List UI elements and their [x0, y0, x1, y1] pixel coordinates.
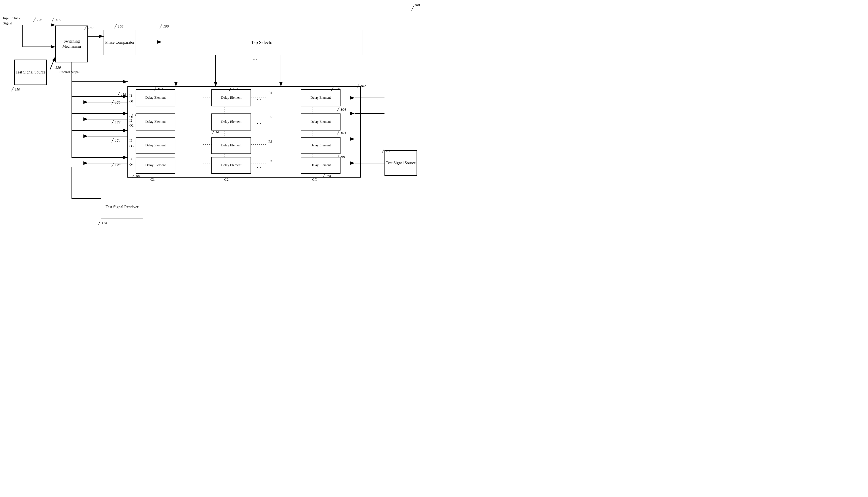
ref-120-tick: ╱ — [112, 100, 114, 105]
ref-128-tick: ╱ — [33, 18, 36, 22]
ref-104-r1c2: 104 — [233, 86, 238, 91]
test-signal-source-left-box: Test Signal Source — [14, 60, 47, 85]
port-I4: I4 — [129, 157, 132, 161]
ref-114: 114 — [102, 221, 107, 225]
port-O3: O3 — [129, 144, 134, 148]
ref-108-tick: ╱ — [114, 24, 117, 29]
ref-102-tick: ╱ — [357, 84, 359, 88]
ref-112: 112 — [385, 149, 391, 154]
port-O2: O2 — [129, 124, 134, 128]
phase-comparator-box: Phase Comparator — [103, 30, 136, 55]
ref-132-tick: ╱ — [85, 26, 87, 30]
dots-r2: … — [257, 120, 261, 125]
ref-124-tick: ╱ — [112, 138, 114, 143]
port-R2: R2 — [268, 115, 272, 119]
ref-104-r2c1-top-tick: ╱ — [131, 113, 133, 117]
port-O4: O4 — [129, 162, 134, 167]
col-CN: CN — [312, 177, 317, 182]
ref-104-r1cn: 104 — [335, 86, 341, 91]
delay-elem-r3cn: Delay Element — [301, 137, 341, 154]
ref-104-r2c2-bot-tick: ╱ — [212, 130, 214, 134]
ref-104-r4cn-bot: 104 — [326, 174, 331, 178]
delay-elem-r1cn: Delay Element — [301, 89, 341, 106]
ref-110: 110 — [15, 87, 20, 91]
port-I3: I3 — [129, 139, 132, 143]
ref-110-tick: ╱ — [11, 87, 14, 91]
ref-116-tick: ╱ — [52, 18, 54, 22]
ref-104-r4c1-bot: 104 — [136, 174, 141, 178]
ref-104-right-r2: 104 — [341, 130, 346, 135]
control-signal-label: Control Signal — [60, 70, 80, 75]
delay-elem-r3c1: Delay Element — [136, 137, 175, 154]
ref-106-tick: ╱ — [160, 24, 162, 29]
port-O1: O1 — [129, 99, 134, 103]
ref-104-r2c2-bot: 104 — [216, 130, 220, 134]
ref-104-right-r1-tick: ╱ — [337, 107, 339, 112]
port-R3: R3 — [268, 140, 272, 144]
ref-104-r1cn-tick: ╱ — [331, 86, 334, 91]
delay-elem-r2cn: Delay Element — [301, 113, 341, 130]
ref-104-right-r1: 104 — [341, 107, 346, 112]
ref-104-r1c1: 104 — [157, 86, 163, 91]
ref-104-right-r2-tick: ╱ — [337, 130, 339, 135]
delay-elem-r2c1: Delay Element — [136, 113, 175, 130]
ref-118: 118 — [121, 92, 126, 97]
ref-130: 130 — [55, 65, 61, 70]
port-I1: I1 — [129, 94, 132, 98]
test-signal-source-left-label: Test Signal Source — [16, 70, 45, 75]
ref-132: 132 — [88, 26, 94, 30]
delay-elem-r1c1: Delay Element — [136, 89, 175, 106]
ref-112-tick: ╱ — [382, 149, 384, 154]
ref-104-r1c2-tick: ╱ — [229, 86, 231, 91]
test-signal-receiver-label: Test Signal Receiver — [105, 204, 139, 210]
ref-122-tick: ╱ — [112, 120, 114, 125]
test-signal-receiver-box: Test Signal Receiver — [101, 196, 143, 218]
dots-r3: … — [257, 143, 261, 148]
ref-128: 128 — [37, 18, 43, 22]
ref-118-tick: ╱ — [117, 92, 120, 97]
ref-100: 100 — [414, 3, 420, 8]
ref-104-r4c1-bot-tick: ╱ — [132, 174, 134, 178]
port-R1: R1 — [268, 91, 272, 95]
col-C1: C1 — [151, 177, 155, 182]
test-signal-source-right-label: Test Signal Source — [386, 160, 416, 166]
ref-104-r4cn-bot-tick: ╱ — [323, 174, 325, 178]
ref-120: 120 — [115, 100, 120, 105]
ref-106: 106 — [163, 24, 169, 29]
tap-selector-label: Tap Selector — [251, 40, 274, 46]
input-clock-label: Input Clock Signal — [3, 16, 28, 26]
switching-mechanism-box: Switching Mechanism — [55, 26, 88, 62]
delay-elem-r1c2: Delay Element — [211, 89, 251, 106]
ref-102: 102 — [360, 84, 366, 88]
tap-selector-box: Tap Selector — [162, 30, 363, 55]
col-C2: C2 — [224, 177, 228, 182]
ref-108: 108 — [118, 24, 124, 29]
delay-elem-r4c1: Delay Element — [136, 157, 175, 174]
delay-elem-r4c2: Delay Element — [211, 157, 251, 174]
dots-r4: … — [257, 164, 261, 169]
port-I2: I2 — [129, 118, 132, 123]
ref-116: 116 — [55, 18, 61, 22]
svg-line-3 — [49, 57, 55, 70]
phase-comparator-label: Phase Comparator — [105, 40, 134, 45]
ref-100-tick: ╱ — [411, 6, 414, 11]
col-dots: … — [251, 177, 256, 182]
delay-elem-r3c2: Delay Element — [211, 137, 251, 154]
port-R4: R4 — [268, 159, 272, 163]
delay-elem-r4cn: Delay Element — [301, 157, 341, 174]
dots-r1: … — [257, 96, 261, 101]
ref-124: 124 — [115, 138, 120, 143]
delay-elem-r2c2: Delay Element — [211, 113, 251, 130]
tap-dots: … — [253, 56, 257, 61]
switching-mechanism-label: Switching Mechanism — [56, 39, 87, 49]
ref-126: 126 — [115, 163, 120, 167]
ref-126-tick: ╱ — [112, 163, 114, 167]
ref-122: 122 — [115, 120, 120, 125]
test-signal-source-right-box: Test Signal Source — [384, 150, 417, 176]
ref-104-r1c1-tick: ╱ — [154, 86, 156, 91]
ref-104-right-r3: 104 — [341, 155, 345, 159]
ref-114-tick: ╱ — [98, 221, 100, 225]
diagram: 100 ╱ Input Clock Signal 128 ╱ 116 ╱ Swi… — [0, 0, 434, 248]
